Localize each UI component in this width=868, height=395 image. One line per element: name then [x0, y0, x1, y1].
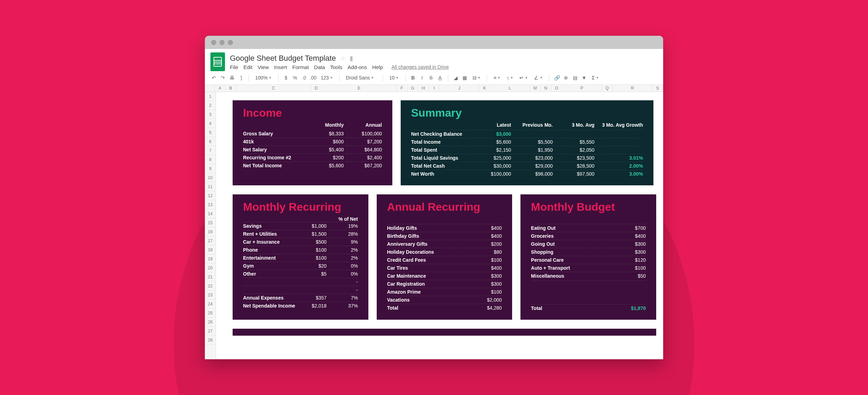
menu-insert[interactable]: Insert — [274, 64, 287, 70]
filter-button[interactable]: ▼ — [581, 74, 587, 81]
column-header[interactable]: Q — [602, 85, 613, 92]
folder-icon[interactable]: ▮ — [350, 54, 353, 62]
increase-decimal-button[interactable]: .00 — [310, 74, 317, 81]
zoom-select[interactable]: 100% ▼ — [253, 75, 274, 81]
row-header[interactable]: 15 — [205, 218, 216, 227]
rotate-button[interactable]: ∠ ▼ — [532, 75, 545, 81]
window-maximize-icon[interactable] — [228, 40, 233, 45]
row-header[interactable]: 18 — [205, 245, 216, 254]
format-number-select[interactable]: 123 ▼ — [319, 75, 335, 81]
column-header[interactable]: B — [225, 85, 236, 92]
decrease-decimal-button[interactable]: .0 — [301, 74, 308, 81]
row-header[interactable]: 8 — [205, 155, 216, 164]
row-header[interactable]: 25 — [205, 309, 216, 318]
italic-button[interactable]: I — [419, 74, 426, 81]
column-header[interactable]: L — [490, 85, 530, 92]
column-header[interactable]: J — [440, 85, 479, 92]
row-header[interactable]: 19 — [205, 254, 216, 263]
column-header[interactable]: C — [236, 85, 311, 92]
row-header[interactable]: 24 — [205, 300, 216, 309]
row-header[interactable]: 11 — [205, 182, 216, 191]
row-header[interactable]: 3 — [205, 110, 216, 119]
column-header[interactable]: A — [215, 85, 225, 92]
row-headers: 1234567891011121314151617181920212223242… — [205, 92, 216, 359]
menu-format[interactable]: Format — [292, 64, 309, 70]
income-title: Income — [243, 107, 382, 119]
currency-button[interactable]: $ — [283, 74, 290, 81]
column-header[interactable]: G — [408, 85, 418, 92]
strikethrough-button[interactable]: S — [428, 74, 435, 81]
menu-edit[interactable]: Edit — [243, 64, 252, 70]
column-header[interactable]: E — [322, 85, 397, 92]
row-header[interactable]: 13 — [205, 200, 216, 209]
percent-button[interactable]: % — [292, 74, 299, 81]
column-header[interactable]: H — [418, 85, 429, 92]
row-header[interactable]: 26 — [205, 318, 216, 327]
column-header[interactable]: K — [479, 85, 490, 92]
column-header[interactable]: M — [530, 85, 541, 92]
font-size-select[interactable]: 10 ▼ — [387, 75, 401, 81]
row-header[interactable]: 6 — [205, 137, 216, 146]
column-header[interactable]: I — [429, 85, 440, 92]
row-header[interactable]: 21 — [205, 272, 216, 281]
sheets-logo-icon[interactable] — [210, 52, 225, 71]
row-header[interactable]: 14 — [205, 209, 216, 218]
cell-value: 2% — [327, 255, 358, 261]
row-header[interactable]: 16 — [205, 227, 216, 236]
row-header[interactable]: 2 — [205, 101, 216, 110]
cell-value: $100,000 — [469, 171, 511, 177]
fill-color-button[interactable]: ◢ — [452, 74, 459, 81]
undo-button[interactable]: ↶ — [210, 74, 217, 81]
column-header[interactable]: R — [613, 85, 653, 92]
paint-format-button[interactable]: ⟆ — [237, 74, 244, 81]
menu-add-ons[interactable]: Add-ons — [348, 64, 367, 70]
column-header[interactable]: D — [311, 85, 322, 92]
row-header[interactable]: 10 — [205, 173, 216, 182]
row-header[interactable]: 20 — [205, 263, 216, 272]
row-header[interactable]: 5 — [205, 128, 216, 137]
menu-view[interactable]: View — [258, 64, 269, 70]
row-header[interactable]: 4 — [205, 119, 216, 128]
chart-button[interactable]: ▤ — [571, 74, 578, 81]
row-header[interactable]: 23 — [205, 291, 216, 300]
link-button[interactable]: 🔗 — [553, 74, 560, 81]
font-select[interactable]: Droid Sans ▼ — [344, 75, 378, 81]
monthly-recurring-row: Rent + Utilities $1,500 28% — [243, 230, 358, 238]
menu-data[interactable]: Data — [314, 64, 325, 70]
h-align-button[interactable]: ≡ ▼ — [491, 75, 502, 81]
row-header[interactable]: 22 — [205, 281, 216, 291]
document-title[interactable]: Google Sheet Budget Template — [230, 54, 336, 63]
row-header[interactable]: 7 — [205, 146, 216, 155]
summary-row: Net Checking Balance $3,000 — [411, 130, 643, 138]
functions-button[interactable]: Σ ▼ — [590, 75, 601, 81]
menu-file[interactable]: File — [230, 64, 238, 70]
window-minimize-icon[interactable] — [219, 40, 225, 45]
column-header[interactable]: P — [562, 85, 602, 92]
column-header[interactable]: O — [551, 85, 562, 92]
bold-button[interactable]: B — [410, 74, 417, 81]
column-header[interactable]: S — [652, 85, 663, 92]
comment-button[interactable]: ⊕ — [562, 74, 569, 81]
row-header[interactable]: 12 — [205, 191, 216, 200]
redo-button[interactable]: ↷ — [219, 74, 226, 81]
row-header[interactable]: 27 — [205, 327, 216, 336]
menu-tools[interactable]: Tools — [330, 64, 342, 70]
column-header[interactable]: N — [541, 85, 551, 92]
wrap-button[interactable]: ↵ ▼ — [517, 75, 530, 81]
v-align-button[interactable]: ↕ ▼ — [505, 75, 516, 81]
window-close-icon[interactable] — [211, 40, 216, 45]
borders-button[interactable]: ▦ — [461, 74, 468, 81]
spreadsheet-canvas[interactable]: Income Monthly Annual Gross Salary $8,33… — [216, 92, 663, 359]
row-header[interactable]: 28 — [205, 336, 216, 345]
cell-label: Car Maintenance — [387, 273, 471, 279]
star-icon[interactable]: ☆ — [340, 54, 345, 62]
row-header[interactable]: 17 — [205, 236, 216, 245]
row-header[interactable]: 9 — [205, 164, 216, 173]
row-header[interactable]: 1 — [205, 92, 216, 101]
menu-help[interactable]: Help — [372, 64, 383, 70]
save-status[interactable]: All changes saved in Drive — [392, 64, 449, 70]
merge-cells-button[interactable]: ⊟ ▼ — [470, 75, 483, 81]
print-button[interactable]: 🖶 — [228, 74, 235, 81]
text-color-button[interactable]: A — [437, 74, 444, 81]
column-header[interactable]: F — [397, 85, 408, 92]
